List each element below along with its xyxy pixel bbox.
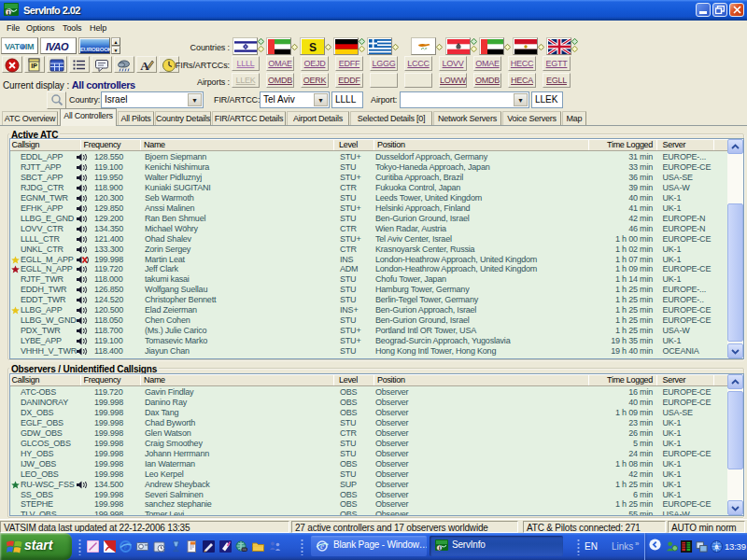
svg-text:i: i	[439, 544, 441, 552]
svg-text:S: S	[309, 40, 317, 53]
svg-text:e: e	[124, 543, 128, 552]
svg-text:e: e	[320, 541, 324, 551]
svg-text:a: a	[715, 543, 719, 550]
svg-text:IP: IP	[31, 63, 37, 69]
